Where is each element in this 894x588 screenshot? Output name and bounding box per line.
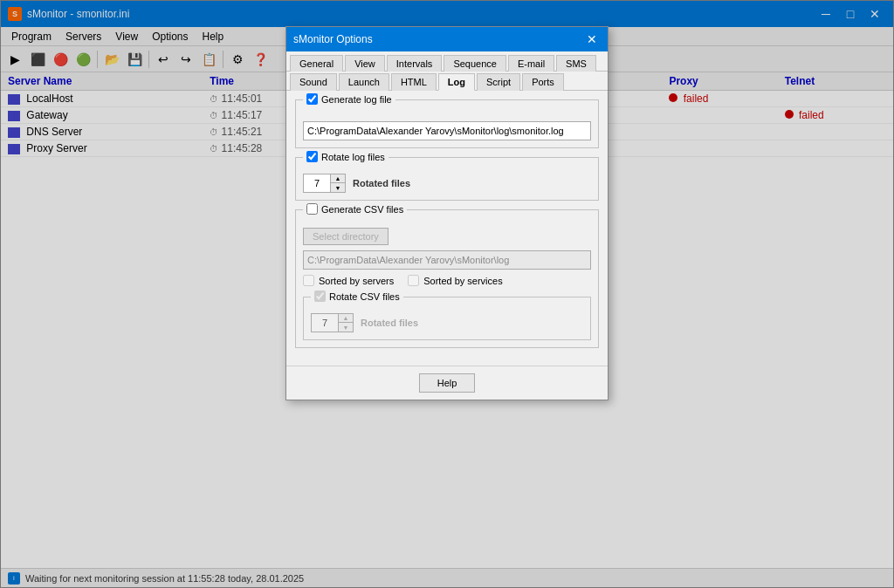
dialog-content: Generate log file Rotate log files ▲ ▼ — [286, 91, 608, 366]
select-directory-button[interactable]: Select directory — [303, 228, 389, 245]
dialog-footer: Help — [286, 366, 608, 400]
tab-sms[interactable]: SMS — [556, 55, 596, 72]
generate-log-group: Generate log file — [295, 99, 599, 148]
csv-spinner-up-button[interactable]: ▲ — [339, 314, 353, 323]
generate-csv-label: Generate CSV files — [303, 203, 407, 215]
rotate-csv-group: Rotate CSV files ▲ ▼ Rotated files — [303, 297, 591, 340]
rotate-csv-rotated-label: Rotated files — [361, 318, 418, 328]
sorted-by-services-label[interactable]: Sorted by services — [408, 275, 502, 286]
spinner-down-button[interactable]: ▼ — [331, 183, 345, 192]
generate-log-checkbox[interactable] — [306, 93, 318, 105]
spinner-buttons: ▲ ▼ — [330, 174, 345, 192]
rotate-log-checkbox[interactable] — [306, 151, 318, 162]
modal-overlay: sMonitor Options ✕ General View Interval… — [0, 0, 894, 588]
spinner-up-button[interactable]: ▲ — [331, 174, 345, 183]
rotate-log-rotated-label: Rotated files — [353, 178, 410, 188]
rotate-log-spinner: ▲ ▼ — [303, 174, 346, 193]
tab-script[interactable]: Script — [477, 73, 520, 91]
tab-bar: General View Intervals Sequence E-mail S… — [286, 51, 608, 72]
rotate-csv-value[interactable] — [312, 314, 338, 332]
tab-sound[interactable]: Sound — [290, 73, 337, 91]
tab-launch[interactable]: Launch — [339, 73, 389, 91]
dialog-title-bar: sMonitor Options ✕ — [286, 27, 608, 51]
rotate-csv-spinner: ▲ ▼ — [311, 313, 354, 332]
sorted-by-servers-checkbox[interactable] — [303, 275, 314, 286]
tab-bar-row2: Sound Launch HTML Log Script Ports — [286, 72, 608, 91]
tab-ports[interactable]: Ports — [522, 73, 564, 91]
csv-spinner-down-button[interactable]: ▼ — [339, 323, 353, 332]
options-dialog: sMonitor Options ✕ General View Interval… — [285, 26, 609, 400]
rotate-csv-checkbox[interactable] — [314, 291, 326, 302]
log-filepath-input[interactable] — [303, 121, 591, 140]
dialog-title: sMonitor Options — [293, 33, 373, 45]
tab-general[interactable]: General — [290, 55, 343, 72]
rotate-log-group: Rotate log files ▲ ▼ Rotated files — [295, 157, 599, 201]
sorted-by-services-checkbox[interactable] — [408, 275, 419, 286]
tab-html[interactable]: HTML — [391, 73, 437, 91]
tab-sequence[interactable]: Sequence — [444, 55, 506, 72]
generate-csv-checkbox[interactable] — [306, 203, 318, 215]
rotate-csv-label: Rotate CSV files — [311, 291, 403, 302]
csv-dir-input[interactable] — [303, 250, 591, 270]
tab-intervals[interactable]: Intervals — [387, 55, 443, 72]
csv-spinner-buttons: ▲ ▼ — [338, 314, 353, 332]
rotate-log-spinner-row: ▲ ▼ Rotated files — [303, 174, 591, 193]
rotate-log-label: Rotate log files — [303, 151, 389, 162]
generate-csv-group: Generate CSV files Select directory Sort… — [295, 209, 599, 348]
csv-sort-options: Sorted by servers Sorted by services — [303, 275, 591, 290]
rotate-csv-spinner-row: ▲ ▼ Rotated files — [311, 313, 583, 332]
sorted-by-servers-label[interactable]: Sorted by servers — [303, 275, 394, 286]
help-button[interactable]: Help — [419, 373, 476, 393]
dialog-close-button[interactable]: ✕ — [583, 31, 601, 47]
tab-log[interactable]: Log — [438, 73, 475, 91]
tab-view[interactable]: View — [345, 55, 385, 72]
tab-email[interactable]: E-mail — [508, 55, 554, 72]
generate-log-label: Generate log file — [303, 93, 395, 105]
rotate-log-value[interactable] — [304, 174, 330, 192]
